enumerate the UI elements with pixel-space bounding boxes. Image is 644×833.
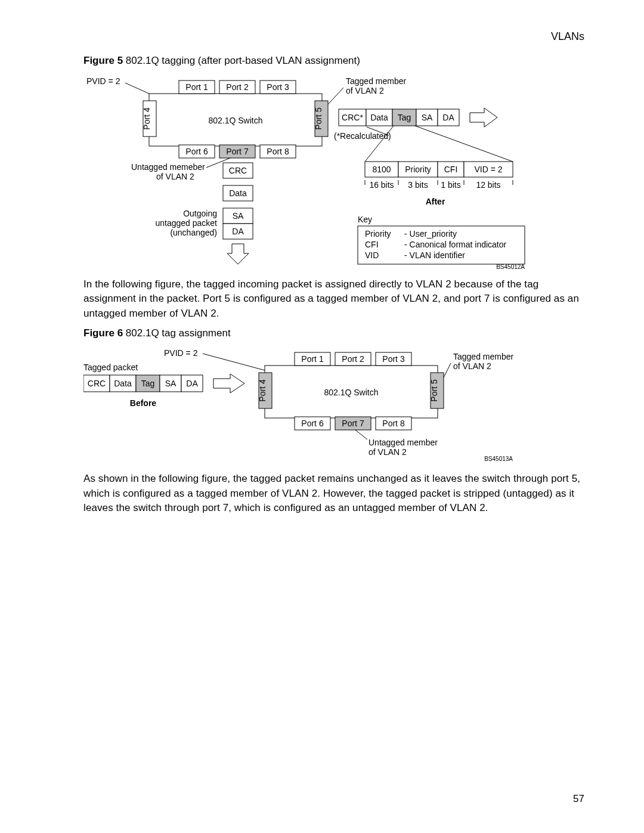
outgoing1: Outgoing	[183, 209, 217, 218]
figure6-caption: Figure 6 802.1Q tag assignment	[83, 326, 584, 341]
svg-text:CRC*: CRC*	[342, 113, 363, 122]
svg-text:- Canonical format indicator: - Canonical format indicator	[404, 240, 507, 249]
untagged-label1: Untagged memeber	[131, 162, 205, 172]
port5: Port 5	[314, 107, 323, 130]
tagged-packet-row: CRC* Data Tag SA DA	[339, 109, 459, 126]
svg-text:Port 4: Port 4	[258, 379, 267, 402]
arrow-icon	[470, 108, 497, 127]
svg-text:SA: SA	[233, 211, 244, 221]
svg-text:Port 3: Port 3	[382, 354, 405, 364]
svg-text:Port 7: Port 7	[342, 419, 364, 428]
outgoing-packet-column: CRC Data SA DA	[223, 163, 253, 239]
tag-breakdown: 8100 Priority CFI VID = 2 16 bits 3 bits…	[365, 162, 513, 190]
taggedmember6: Tagged member	[453, 352, 514, 361]
svg-text:DA: DA	[232, 227, 244, 236]
svg-text:DA: DA	[186, 379, 198, 388]
page: VLANs Figure 5 802.1Q tagging (after por…	[0, 0, 644, 833]
port4: Port 4	[142, 107, 151, 130]
ofvlan2-6b: of VLAN 2	[369, 447, 407, 457]
svg-text:- VLAN identifier: - VLAN identifier	[404, 250, 465, 260]
svg-text:Data: Data	[229, 188, 247, 198]
arrow-icon	[213, 374, 244, 393]
pvid-label6: PVID = 2	[164, 348, 198, 358]
after-label: After	[426, 197, 445, 206]
refcode: BS45012A	[496, 264, 525, 269]
figure6-diagram: PVID = 2 Tagged packet CRC Data Tag SA D…	[83, 344, 584, 463]
svg-text:Port 6: Port 6	[301, 419, 324, 428]
untagged-label2: of VLAN 2	[156, 172, 194, 181]
svg-text:SA: SA	[165, 379, 177, 388]
svg-text:16 bits: 16 bits	[369, 180, 394, 190]
outgoing3: (unchanged)	[170, 228, 217, 237]
svg-text:DA: DA	[442, 113, 454, 122]
untagged6: Untagged member	[369, 438, 438, 447]
ofvlan2-label: of VLAN 2	[346, 86, 384, 95]
svg-text:CRC: CRC	[229, 166, 247, 175]
svg-text:VID = 2: VID = 2	[474, 165, 502, 174]
svg-text:Port 5: Port 5	[429, 379, 439, 402]
svg-text:3 bits: 3 bits	[408, 180, 428, 190]
tagged-packet-label: Tagged packet	[83, 363, 138, 372]
svg-text:12 bits: 12 bits	[476, 180, 500, 190]
svg-text:Data: Data	[370, 113, 388, 122]
port2: Port 2	[226, 82, 249, 92]
switch-label6: 802.1Q Switch	[324, 388, 378, 397]
svg-line-10	[328, 88, 343, 104]
refcode6: BS45013A	[484, 456, 513, 462]
figure6-caption-text: 802.1Q tag assignment	[123, 327, 231, 339]
svg-text:Data: Data	[114, 379, 132, 388]
svg-line-0	[125, 83, 149, 94]
switch-label: 802.1Q Switch	[208, 116, 262, 125]
svg-line-86	[355, 430, 367, 439]
svg-text:Port 2: Port 2	[342, 354, 364, 364]
page-number: 57	[573, 792, 584, 807]
port8: Port 8	[267, 147, 289, 156]
svg-text:Port 1: Port 1	[301, 354, 324, 364]
svg-text:SA: SA	[422, 113, 433, 122]
figure5-caption-text: 802.1Q tagging (after port-based VLAN as…	[123, 55, 360, 66]
svg-line-85	[444, 363, 451, 377]
port7: Port 7	[226, 147, 249, 156]
svg-text:VID: VID	[365, 250, 379, 260]
port1: Port 1	[185, 82, 208, 92]
pvid-label: PVID = 2	[86, 76, 120, 86]
incoming-packet-row: CRC Data Tag SA DA	[83, 375, 203, 392]
taggedmember-label: Tagged member	[346, 76, 407, 86]
svg-text:CFI: CFI	[365, 240, 379, 249]
svg-text:CRC: CRC	[88, 379, 106, 388]
ofvlan2-6a: of VLAN 2	[453, 361, 491, 371]
paragraph1: In the following figure, the tagged inco…	[83, 277, 584, 321]
svg-text:Priority: Priority	[365, 229, 391, 239]
svg-text:- User_priority: - User_priority	[404, 229, 457, 239]
outgoing2: untagged packet	[155, 218, 217, 228]
port3: Port 3	[267, 82, 289, 92]
svg-text:Tag: Tag	[398, 113, 411, 122]
figure5-label: Figure 5	[83, 55, 123, 66]
svg-text:Port 8: Port 8	[382, 419, 405, 428]
figure5-diagram: PVID = 2 802.1Q Switch Port 1 Port 2 Por…	[83, 72, 584, 269]
svg-line-23	[415, 126, 513, 162]
svg-line-57	[203, 354, 265, 370]
header-title: VLANs	[551, 29, 584, 44]
before-label: Before	[130, 398, 157, 408]
paragraph2: As shown in the following figure, the ta…	[83, 472, 584, 516]
svg-text:Tag: Tag	[141, 379, 155, 388]
svg-text:1 bits: 1 bits	[441, 180, 460, 190]
svg-text:8100: 8100	[372, 165, 391, 174]
svg-text:CFI: CFI	[444, 165, 458, 174]
key-title: Key	[358, 215, 372, 224]
figure6-label: Figure 6	[83, 327, 123, 339]
figure5-caption: Figure 5 802.1Q tagging (after port-base…	[83, 54, 584, 69]
port6: Port 6	[185, 147, 208, 156]
svg-text:Priority: Priority	[405, 165, 431, 174]
arrow-icon	[227, 244, 249, 264]
